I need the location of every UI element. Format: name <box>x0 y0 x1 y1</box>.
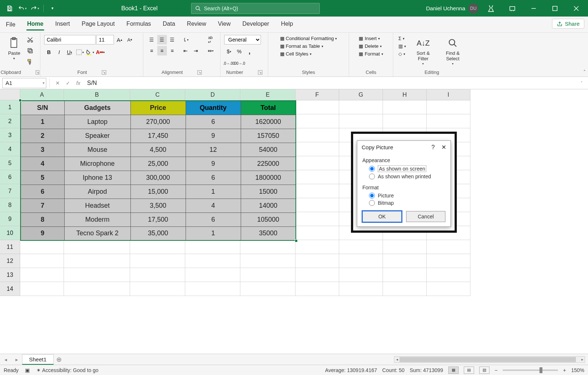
merge-center-icon[interactable]: ⇔▾ <box>204 46 217 56</box>
cell[interactable] <box>240 282 295 296</box>
paste-button[interactable]: Paste▾ <box>6 35 23 62</box>
cut-icon[interactable] <box>25 35 35 44</box>
borders-icon[interactable]: ▾ <box>75 47 85 57</box>
cell-p[interactable]: 25,000 <box>130 157 186 171</box>
row-header[interactable]: 5 <box>0 156 20 170</box>
row-header[interactable]: 10 <box>0 226 20 240</box>
tab-developer[interactable]: Developer <box>241 18 270 31</box>
radio-screen[interactable] <box>369 166 375 172</box>
row-header[interactable]: 3 <box>0 128 20 142</box>
cell-q[interactable]: 6 <box>186 115 241 129</box>
cell[interactable] <box>295 156 339 170</box>
expand-formula-bar-icon[interactable]: ˅ <box>581 81 588 85</box>
enter-formula-icon[interactable]: ✓ <box>63 80 73 86</box>
font-name-combo[interactable] <box>44 35 96 44</box>
cell-g[interactable]: Microphone <box>64 157 130 171</box>
row-header[interactable]: 14 <box>0 282 20 296</box>
cell[interactable] <box>295 198 339 212</box>
cancel-formula-icon[interactable]: ✕ <box>53 80 63 86</box>
cell-sn[interactable]: 8 <box>21 213 64 226</box>
column-header[interactable]: F <box>295 89 339 100</box>
cell[interactable] <box>383 268 427 282</box>
cell[interactable] <box>295 240 339 254</box>
column-header[interactable]: C <box>130 89 185 100</box>
sheet-nav-prev-icon[interactable]: ◂ <box>0 357 11 362</box>
cell-g[interactable]: Airpod <box>64 185 130 199</box>
cell-q[interactable]: 12 <box>186 143 241 157</box>
row-header[interactable]: 13 <box>0 268 20 282</box>
italic-button[interactable]: I <box>54 47 64 57</box>
align-middle-icon[interactable]: ☰ <box>157 35 167 44</box>
cell-t[interactable]: 1800000 <box>241 171 296 185</box>
find-select-button[interactable]: Find & Select▾ <box>439 35 467 67</box>
format-painter-icon[interactable] <box>25 57 35 67</box>
cell[interactable] <box>383 114 427 128</box>
cell[interactable] <box>427 114 470 128</box>
cell-q[interactable]: 9 <box>186 129 241 143</box>
comma-format-icon[interactable]: , <box>245 47 254 56</box>
cell-t[interactable]: 1620000 <box>241 115 296 129</box>
cell-t[interactable]: 105000 <box>241 213 296 226</box>
header-sn[interactable]: S/N <box>21 101 64 115</box>
option-as-shown-screen[interactable]: As shown on screen <box>369 165 445 172</box>
cell-t[interactable]: 15000 <box>241 185 296 199</box>
underline-button[interactable]: U▾ <box>65 47 74 57</box>
search-box[interactable]: Search (Alt+Q) <box>191 3 320 14</box>
cell[interactable] <box>295 100 339 114</box>
cell-p[interactable]: 4,500 <box>130 143 186 157</box>
cell[interactable] <box>130 254 185 268</box>
align-right-icon[interactable]: ≡ <box>168 46 177 56</box>
page-break-view-icon[interactable]: ▧ <box>479 367 490 374</box>
sheet-tab[interactable]: Sheet1 <box>22 354 54 365</box>
cell-t[interactable]: 157050 <box>241 129 296 143</box>
option-bitmap[interactable]: Bitmap <box>369 200 445 206</box>
row-header[interactable]: 1 <box>0 100 20 114</box>
column-header[interactable]: B <box>64 89 130 100</box>
cell[interactable] <box>383 100 427 114</box>
cell-sn[interactable]: 2 <box>21 129 64 143</box>
tab-home[interactable]: Home <box>26 18 44 31</box>
fx-icon[interactable]: fx <box>73 80 83 86</box>
formula-input[interactable]: S/N <box>83 80 581 86</box>
cell-q[interactable]: 4 <box>186 199 241 213</box>
percent-format-icon[interactable]: % <box>234 47 244 56</box>
redo-icon[interactable]: ▾ <box>29 3 40 14</box>
cell[interactable] <box>427 100 470 114</box>
insert-cells-button[interactable]: ▦ Insert ▾ <box>357 35 381 42</box>
selection-handle[interactable] <box>19 99 22 102</box>
tab-file[interactable]: File <box>5 19 16 30</box>
cell[interactable] <box>427 240 470 254</box>
fill-handle[interactable] <box>295 239 298 242</box>
close-icon[interactable] <box>567 0 585 17</box>
cell-sn[interactable]: 6 <box>21 185 64 199</box>
minimize-icon[interactable] <box>525 0 542 17</box>
cell-p[interactable]: 17,450 <box>130 129 186 143</box>
column-header[interactable]: I <box>427 89 470 100</box>
cell-q[interactable]: 6 <box>186 171 241 185</box>
undo-icon[interactable]: ▾ <box>17 3 27 14</box>
align-center-icon[interactable]: ≡ <box>157 46 167 56</box>
cell[interactable] <box>185 240 240 254</box>
cell-g[interactable]: Mouse <box>64 143 130 157</box>
horizontal-scrollbar[interactable]: ◂ ▸ <box>394 356 585 363</box>
collapse-ribbon-icon[interactable]: ˄ <box>583 69 586 75</box>
zoom-level[interactable]: 150% <box>571 367 584 373</box>
header-price[interactable]: Price <box>130 101 186 115</box>
cell[interactable] <box>185 254 240 268</box>
increase-font-icon[interactable]: A▴ <box>115 35 124 44</box>
cell[interactable] <box>20 268 64 282</box>
fill-icon[interactable]: ▥ ▾ <box>397 43 408 50</box>
cell[interactable] <box>427 268 470 282</box>
cell[interactable] <box>383 254 427 268</box>
tab-review[interactable]: Review <box>186 18 207 31</box>
coming-soon-icon[interactable] <box>482 0 500 17</box>
tab-data[interactable]: Data <box>162 18 176 31</box>
tab-page-layout[interactable]: Page Layout <box>81 18 115 31</box>
decrease-indent-icon[interactable]: ⇤ <box>181 46 190 56</box>
cell-g[interactable]: Iphone 13 <box>64 171 130 185</box>
row-header[interactable]: 2 <box>0 114 20 128</box>
cell[interactable] <box>295 282 339 296</box>
share-button[interactable]: Share <box>552 19 584 29</box>
fill-color-icon[interactable]: ▾ <box>85 47 95 57</box>
cell[interactable] <box>427 254 470 268</box>
